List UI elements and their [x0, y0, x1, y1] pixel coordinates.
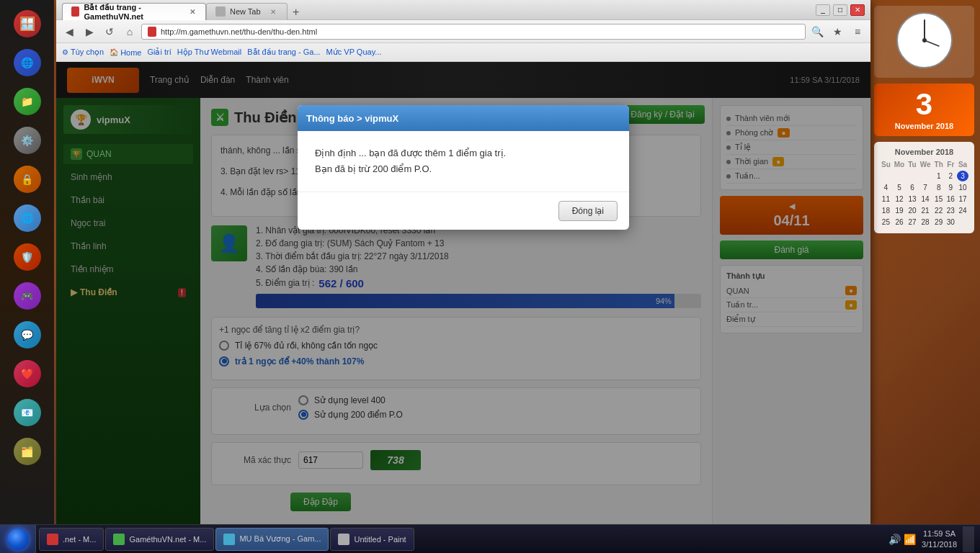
browser-tab-active-label: Bắt đầu trang - GamethuVN.net	[84, 3, 181, 20]
cal-day: 22	[933, 205, 945, 216]
bookmark-5[interactable]: Bắt đầu trang - Ga...	[247, 48, 320, 57]
bookmark-1[interactable]: ⚙ Tùy chọn	[62, 48, 104, 57]
home-button[interactable]: ⌂	[121, 23, 138, 40]
cal-header-we: We	[919, 159, 932, 170]
taskbar-items: .net - M... GaméthuVN.net - M... MU Bá V…	[36, 525, 883, 553]
browser-tab-2-label: New Tab	[230, 7, 261, 16]
cal-day: 17	[957, 194, 968, 204]
cal-day	[919, 171, 932, 181]
browser-content: iWVN Trang chủ Diễn đàn Thành viên 11:59…	[56, 62, 870, 524]
sidebar-icon-2[interactable]: 🌐	[9, 45, 45, 81]
cal-day: 20	[906, 205, 917, 216]
sidebar-icon-11[interactable]: 📧	[9, 395, 45, 431]
sidebar-icon-1[interactable]: 🪟	[9, 6, 45, 42]
back-button[interactable]: ◀	[61, 23, 78, 40]
cal-day: 6	[906, 182, 917, 193]
start-orb	[7, 529, 29, 550]
sidebar-icon-3[interactable]: 📁	[9, 84, 45, 120]
taskbar-item-4-label: Untitled - Paint	[354, 535, 406, 544]
browser-tab-2[interactable]: New Tab ✕	[206, 3, 288, 20]
bookmark-5-label: Bắt đầu trang - Ga...	[247, 48, 320, 57]
desktop-date-number: 3	[880, 89, 968, 120]
cal-day: 9	[945, 182, 956, 193]
modal-close-label: Đóng lại	[572, 206, 604, 216]
bookmark-2-label: Home	[120, 48, 141, 57]
taskbar-item-1-label: .net - M...	[63, 535, 96, 544]
bookmark-6[interactable]: Mức VP Quay...	[326, 48, 382, 57]
cal-day-today: 3	[957, 171, 968, 181]
modal-overlay: Thông báo > vipmuX Định định ... bạn đã …	[56, 62, 870, 524]
sidebar-icon-9[interactable]: 💬	[9, 317, 45, 353]
cal-day: 4	[880, 182, 892, 193]
modal-text-line1: Định định ... bạn đã được thêm 1 điểm gi…	[315, 145, 612, 161]
tab-close-2[interactable]: ✕	[268, 6, 278, 17]
bookmark-2[interactable]: 🏠 Home	[110, 48, 141, 57]
forward-button[interactable]: ▶	[81, 23, 98, 40]
bookmark-3[interactable]: Giải trí	[147, 48, 171, 57]
cal-day: 7	[919, 182, 932, 193]
browser-bookmarks: ⚙ Tùy chọn 🏠 Home Giải trí Hộp Thư Webma…	[56, 43, 870, 62]
sidebar-icon-12[interactable]: 🗂️	[9, 433, 45, 469]
taskbar-icon-4	[338, 534, 349, 545]
sidebar-icon-5[interactable]: 🔒	[9, 161, 45, 197]
desktop-widgets: 3 November 2018 November 2018 Su Mo Tu W…	[868, 0, 980, 524]
modal-body: Định định ... bạn đã được thêm 1 điểm gi…	[298, 131, 629, 192]
address-bar[interactable]: http://m.gamethuvn.net/thu-den/thu-den.h…	[141, 24, 806, 40]
browser-tab-active[interactable]: Bắt đầu trang - GamethuVN.net ✕	[62, 3, 206, 20]
icon-circle-12: 🗂️	[14, 438, 41, 465]
icon-circle-7: 🛡️	[14, 243, 41, 271]
modal-text-line2: Bạn đã bị trừ 200 điểm P.O.	[315, 161, 612, 177]
taskbar-item-4[interactable]: Untitled - Paint	[330, 528, 414, 551]
cal-header-tu: Tu	[906, 159, 917, 170]
minimize-button[interactable]: _	[816, 4, 830, 16]
show-desktop-button[interactable]	[963, 526, 974, 552]
close-button[interactable]: ✕	[850, 4, 865, 16]
star-button[interactable]: ★	[829, 23, 846, 40]
sidebar-icon-4[interactable]: ⚙️	[9, 122, 45, 158]
new-tab-button[interactable]: +	[288, 4, 305, 20]
cal-day: 27	[906, 217, 917, 228]
tray-network[interactable]: 📶	[904, 534, 916, 545]
settings-button[interactable]: ≡	[849, 23, 866, 40]
cal-day	[893, 171, 906, 181]
cal-day: 12	[893, 194, 906, 204]
tab-favicon-active	[71, 6, 79, 17]
start-button[interactable]	[0, 525, 36, 554]
bookmark-4[interactable]: Hộp Thư Webmail	[177, 48, 241, 57]
cal-header-su: Su	[880, 159, 892, 170]
cal-day: 24	[957, 205, 968, 216]
sidebar-icon-10[interactable]: ❤️	[9, 356, 45, 392]
icon-circle-11: 📧	[14, 399, 41, 426]
icon-circle-5: 🔒	[14, 166, 41, 193]
cal-day	[880, 171, 892, 181]
browser-toolbar: ◀ ▶ ↺ ⌂ http://m.gamethuvn.net/thu-den/t…	[56, 20, 870, 43]
sidebar-icon-6[interactable]: 🌐	[9, 200, 45, 236]
analog-clock-svg	[896, 12, 953, 69]
cal-day: 8	[933, 182, 945, 193]
taskbar-icon-2	[113, 534, 125, 545]
maximize-button[interactable]: □	[833, 4, 847, 16]
taskbar-item-3[interactable]: MU Bá Vương - Gam...	[215, 528, 329, 551]
modal-close-button[interactable]: Đóng lại	[558, 201, 618, 221]
browser-window: Bắt đầu trang - GamethuVN.net ✕ New Tab …	[56, 0, 870, 524]
bookmark-3-label: Giải trí	[147, 48, 171, 57]
calendar-grid: Su Mo Tu We Th Fr Sa 1 2 3 4 5 6 7 8 9 1…	[880, 159, 968, 228]
reload-button[interactable]: ↺	[101, 23, 118, 40]
taskbar: .net - M... GaméthuVN.net - M... MU Bá V…	[0, 524, 980, 553]
taskbar-item-2[interactable]: GaméthuVN.net - M...	[105, 528, 214, 551]
address-text: http://m.gamethuvn.net/thu-den/thu-den.h…	[161, 27, 317, 36]
tray-volume[interactable]: 🔊	[888, 534, 901, 545]
cal-header-sa: Sa	[957, 159, 968, 170]
desktop-date-widget: 3 November 2018	[874, 84, 974, 136]
icon-circle-6: 🌐	[14, 204, 41, 232]
taskbar-item-1[interactable]: .net - M...	[39, 528, 104, 551]
address-lock-icon	[148, 27, 156, 37]
sidebar-icon-8[interactable]: 🎮	[9, 278, 45, 314]
sidebar-icon-7[interactable]: 🛡️	[9, 239, 45, 275]
search-button[interactable]: 🔍	[808, 23, 826, 40]
tab-close-active[interactable]: ✕	[189, 6, 197, 17]
cal-day: 11	[880, 194, 892, 204]
taskbar-right: 🔊 📶 11:59 SA 3/11/2018	[883, 525, 980, 553]
icon-circle-9: 💬	[14, 321, 41, 349]
cal-header-mo: Mo	[893, 159, 906, 170]
